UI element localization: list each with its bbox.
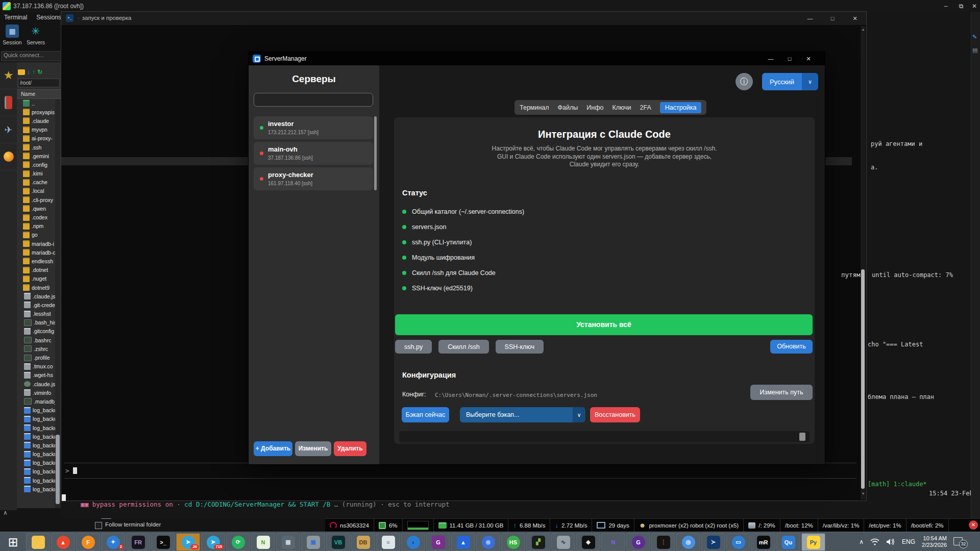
sidebar-file-item[interactable]: log_backu (23, 450, 55, 459)
moba-close-button[interactable]: ✕ (968, 1, 980, 11)
db-tools[interactable]: DB (351, 533, 375, 551)
edit-pencil-icon[interactable]: ✎ (972, 34, 979, 40)
backup-log-area[interactable] (399, 431, 810, 442)
sidebar-file-item[interactable]: .codex (23, 213, 55, 221)
vb-app[interactable]: VB (326, 533, 350, 551)
sm-minimize-button[interactable]: — (762, 52, 780, 65)
sidebar-file-item[interactable]: .cli-proxy (23, 195, 55, 204)
download-icon[interactable]: ↓ (27, 68, 30, 76)
tab[interactable]: Файлы (558, 104, 578, 111)
sidebar-file-item[interactable]: .. (23, 99, 55, 108)
sidebar-file-item[interactable]: .gitconfig (23, 327, 55, 336)
restore-button[interactable]: Восстановить (590, 407, 640, 422)
change-path-button[interactable]: Изменить путь (750, 385, 813, 400)
telegram-active[interactable]: ➤ .26 (176, 533, 200, 551)
cube-app[interactable]: ◆ (576, 533, 600, 551)
sidebar-file-item[interactable]: .claude (23, 116, 55, 125)
blue-monitor-app[interactable]: ▭ (726, 533, 750, 551)
bird-app[interactable]: ◗ (401, 533, 425, 551)
heidisql[interactable]: HS (501, 533, 525, 551)
tab[interactable]: 2FA (640, 104, 651, 111)
game-app[interactable]: FR (126, 533, 150, 551)
sidebar-file-item[interactable]: log_backu (23, 476, 55, 485)
backup-select-dropdown[interactable]: Выберите бэкап... ∨ (460, 407, 585, 422)
sidebar-file-item[interactable]: .claude.js (23, 380, 55, 388)
moba-maximize-button[interactable]: ⧉ (954, 1, 968, 11)
quick-connect-input[interactable]: Quick connect... (1, 51, 63, 61)
sidebar-file-item[interactable]: log_backu (23, 467, 55, 476)
sidebar-file-item[interactable]: log_backu (23, 432, 55, 441)
sidebar-collapse-arrow[interactable]: ∧ (3, 509, 8, 516)
sidebar-file-item[interactable]: log_backu (23, 423, 55, 432)
tab[interactable]: Ключи (612, 104, 631, 111)
terminal-input[interactable]: > (65, 467, 77, 474)
squares-app[interactable]: ▞ (526, 533, 550, 551)
mremoteng[interactable]: mR (751, 533, 775, 551)
sidebar-file-item[interactable]: .ssh (23, 143, 55, 152)
cmd-terminal[interactable]: >_ (151, 533, 175, 551)
sm-maximize-button[interactable]: □ (780, 52, 799, 65)
terminal-titlebar[interactable]: >_ ·запуск и проверка — □ ✕ (61, 12, 866, 25)
file-explorer[interactable] (26, 533, 50, 551)
mascot-app[interactable]: ◉ (476, 533, 500, 551)
refresh-icon[interactable]: ↻ (37, 68, 42, 76)
sidebar-file-item[interactable]: .tmux.co (23, 362, 55, 371)
n-logo-app[interactable]: N (601, 533, 625, 551)
sm-close-button[interactable]: ✕ (799, 52, 818, 65)
powershell[interactable]: ≻ (701, 533, 725, 551)
servermanager-titlebar[interactable]: ServerManager — □ ✕ (249, 52, 825, 65)
statusbar-close-icon[interactable]: ✕ (969, 520, 978, 530)
delete-server-button[interactable]: Удалить (334, 441, 366, 456)
sidebar-file-item[interactable]: .nuget (23, 274, 55, 283)
sidebar-file-item[interactable]: .cache (23, 178, 55, 187)
photos-app[interactable]: ▲ (451, 533, 475, 551)
sidebar-file-item[interactable]: .zshrc (23, 344, 55, 353)
firefox-browser[interactable]: F (76, 533, 100, 551)
notepad-plus[interactable]: N (251, 533, 275, 551)
sidebar-file-item[interactable]: .npm (23, 222, 55, 231)
sidebar-file-item[interactable]: .config (23, 160, 55, 169)
sidebar-file-item[interactable]: log_backu (23, 406, 55, 415)
terminal-close-button[interactable]: ✕ (844, 12, 866, 25)
tab[interactable]: Настройка (660, 102, 702, 113)
sidebar-file-item[interactable]: .viminfo (23, 388, 55, 397)
calculator[interactable]: ▦ (276, 533, 300, 551)
scroll-down-arrow[interactable]: ▾ (861, 491, 866, 496)
add-server-button[interactable]: + Добавить (254, 441, 292, 456)
server-item[interactable]: investor 173.212.212.157 [ssh] (254, 116, 373, 139)
server-list-scrollbar[interactable] (374, 116, 377, 190)
sidebar-file-item[interactable]: .wget-hs (23, 371, 55, 380)
sidebar-file-item[interactable]: .kimi (23, 169, 55, 178)
sync-app[interactable]: ⟳ (226, 533, 250, 551)
sidebar-file-item[interactable]: log_backu (23, 459, 55, 467)
speaker-icon[interactable] (886, 538, 895, 545)
input-language-button[interactable]: ENG (902, 538, 915, 545)
tab[interactable]: Инфо (586, 104, 603, 111)
language-dropdown[interactable]: Русский ∨ (762, 73, 818, 90)
info-button[interactable]: ⓘ (736, 73, 753, 90)
terminal-maximize-button[interactable]: □ (821, 12, 844, 25)
telegram-2[interactable]: ➤ 715 (201, 533, 225, 551)
notification-center-button[interactable]: 32 (953, 537, 965, 546)
globe-icon[interactable] (0, 143, 17, 170)
terminal-scrollbar-thumb[interactable] (861, 269, 865, 489)
terminal-minimize-button[interactable]: — (799, 12, 821, 25)
sidebar-file-item[interactable]: .mariadb_ (23, 397, 55, 406)
sidebar-file-item[interactable]: go (23, 231, 55, 239)
tools-knife-icon[interactable] (0, 89, 17, 116)
sidebar-file-item[interactable]: .git-crede (23, 300, 55, 309)
window-app[interactable]: ▣ (301, 533, 325, 551)
sidebar-file-item[interactable]: proxyapis (23, 108, 55, 116)
sidebar-file-item[interactable]: myvpn (23, 126, 55, 134)
sidebar-file-item[interactable]: mariadb-c (23, 248, 55, 257)
github[interactable]: G (626, 533, 650, 551)
paper-plane-icon[interactable]: ✈ (0, 116, 17, 143)
panel-icon[interactable]: ▤ (972, 47, 979, 54)
monitor-wave-app[interactable]: ∿ (551, 533, 575, 551)
sidebar-name-header[interactable]: Name (17, 89, 65, 99)
sidebar-file-item[interactable]: log_backu (23, 441, 55, 449)
menu-item[interactable]: Terminal (4, 14, 27, 21)
sidebar-file-item[interactable]: .bashrc (23, 336, 55, 344)
quick-utmo[interactable]: Qu (776, 533, 800, 551)
sidebar-file-item[interactable]: log_backu (23, 485, 55, 493)
